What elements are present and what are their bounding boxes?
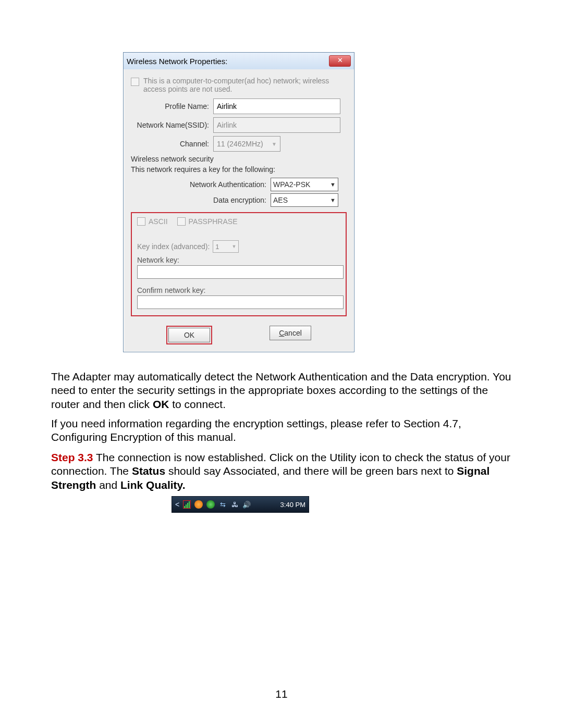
ssid-input [213, 117, 340, 133]
key-index-value: 1 [215, 243, 219, 251]
encryption-value: AES [273, 196, 288, 204]
tray-volume-icon[interactable]: 🔊 [242, 500, 251, 509]
encryption-select[interactable]: AES ▼ [271, 193, 338, 207]
channel-label: Channel: [131, 140, 213, 148]
step-label: Step 3.3 [51, 451, 93, 463]
wireless-properties-dialog: Wireless Network Properties: ✕ This is a… [123, 52, 354, 352]
encryption-label: Data encryption: [131, 196, 271, 204]
confirm-key-label: Confirm network key: [137, 286, 340, 294]
dialog-titlebar: Wireless Network Properties: ✕ [124, 53, 354, 69]
chevron-down-icon: ▼ [330, 181, 336, 188]
tray-clock[interactable]: 3:40 PM [280, 501, 305, 509]
ssid-label: Network Name(SSID): [131, 121, 213, 129]
adhoc-checkbox[interactable] [131, 78, 139, 86]
auth-label: Network Authentication: [131, 180, 271, 189]
key-index-select: 1 ▼ [213, 240, 239, 253]
auth-select[interactable]: WPA2-PSK ▼ [271, 178, 338, 191]
adhoc-checkbox-row: This is a computer-to-computer(ad hoc) n… [131, 77, 347, 93]
cancel-underline: C [279, 329, 284, 337]
system-tray: < ⇆ 🖧 🔊 3:40 PM [172, 496, 309, 513]
chevron-down-icon: ▼ [272, 141, 277, 147]
close-button[interactable]: ✕ [329, 55, 351, 67]
tray-orange-icon[interactable] [194, 500, 203, 509]
highlighted-key-section: ASCII PASSPHRASE Key index (advanced): 1… [131, 212, 347, 316]
auth-value: WPA2-PSK [273, 180, 310, 189]
tray-sync-icon[interactable]: ⇆ [218, 500, 227, 509]
passphrase-checkbox [177, 217, 186, 226]
ok-highlight: OK [166, 326, 212, 344]
confirm-key-input[interactable] [137, 295, 344, 309]
tray-network-icon[interactable]: 🖧 [230, 500, 239, 509]
network-key-input[interactable] [137, 265, 344, 279]
security-header: Wireless network security [131, 155, 347, 163]
channel-select: 11 (2462MHz) ▼ [213, 136, 280, 152]
chevron-down-icon: ▼ [330, 197, 336, 203]
security-subtext: This network requires a key for the foll… [131, 165, 347, 174]
profile-name-label: Profile Name: [131, 102, 213, 110]
dialog-title: Wireless Network Properties: [127, 57, 329, 66]
ok-button[interactable]: OK [168, 328, 210, 342]
ascii-checkbox [137, 217, 145, 226]
channel-value: 11 (2462MHz) [217, 140, 263, 148]
network-key-label: Network key: [137, 256, 340, 264]
ascii-label: ASCII [149, 217, 168, 226]
signal-bars-icon[interactable] [184, 501, 190, 508]
key-index-label: Key index (advanced): [137, 242, 210, 251]
tray-green-icon[interactable] [206, 500, 215, 509]
cancel-button[interactable]: Cancel [270, 326, 311, 340]
paragraph-2: If you need information regarding the en… [51, 417, 512, 445]
paragraph-1: The Adapter may automatically detect the… [51, 370, 512, 411]
cancel-rest: ancel [284, 329, 301, 337]
utility-icon-highlight [183, 500, 191, 509]
profile-name-input[interactable] [213, 98, 340, 114]
chevron-down-icon: ▼ [231, 244, 236, 249]
passphrase-label: PASSPHRASE [189, 217, 238, 226]
adhoc-label: This is a computer-to-computer(ad hoc) n… [143, 77, 347, 93]
tray-expand-icon[interactable]: < [175, 500, 179, 509]
page-number: 11 [0, 688, 563, 700]
paragraph-3: Step 3.3 The connection is now establish… [51, 451, 512, 492]
